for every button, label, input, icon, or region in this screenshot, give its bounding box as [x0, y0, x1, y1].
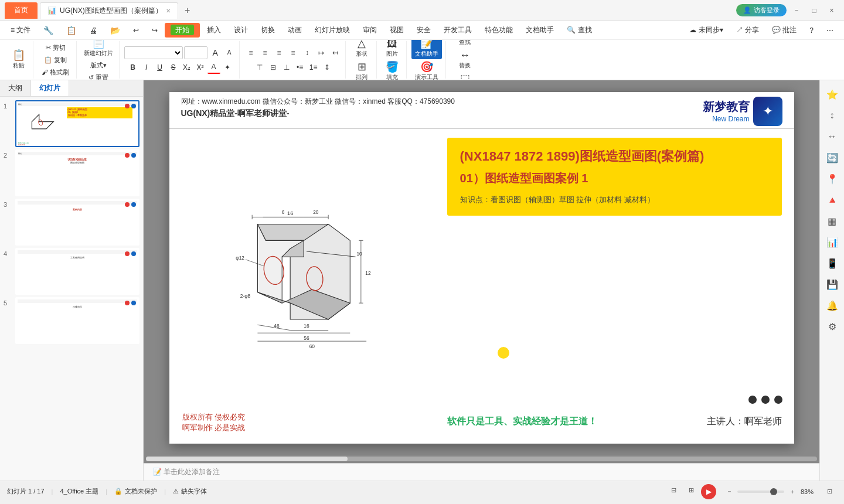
menu-special[interactable]: 特色功能 — [479, 23, 519, 38]
menu-help[interactable]: ? — [804, 24, 819, 37]
view-grid-btn[interactable]: ⊞ — [683, 484, 699, 497]
menu-more[interactable]: ⋯ — [821, 24, 839, 37]
menu-insert[interactable]: 插入 — [201, 23, 227, 38]
subscript-btn[interactable]: X₂ — [181, 61, 193, 74]
undo-btn[interactable]: ↩ — [127, 24, 145, 37]
docassist-btn[interactable]: 📝 文档助手 — [411, 40, 442, 59]
menu-clipboard-icon[interactable]: 📋 — [60, 23, 82, 38]
menu-start[interactable]: 开始 — [165, 23, 200, 38]
slide-thumb-3[interactable]: 案例内容 — [15, 199, 139, 246]
sidebar-expand-icon[interactable]: ↕ — [823, 106, 842, 125]
format-painter-btn[interactable]: 🖌 格式刷 — [38, 67, 73, 78]
slide-thumb-4[interactable]: 工具使用说明 — [15, 248, 139, 295]
layout-btn[interactable]: 版式▾ — [87, 60, 110, 71]
italic-btn[interactable]: I — [140, 61, 153, 74]
menu-docassist[interactable]: 文档助手 — [520, 23, 560, 38]
play-slideshow-btn[interactable]: ▶ — [701, 484, 716, 499]
copy-btn[interactable]: 📋 复制 — [40, 55, 70, 66]
sidebar-star-icon[interactable]: ⭐ — [823, 85, 842, 104]
window-minimize-btn[interactable]: － — [789, 4, 804, 17]
sidebar-pin-icon[interactable]: 📍 — [823, 169, 842, 188]
menu-security[interactable]: 安全 — [411, 23, 437, 38]
line-spacing-btn[interactable]: ↕ — [301, 46, 314, 59]
para-spacing-btn[interactable]: ⇕ — [321, 61, 333, 74]
menu-open-icon[interactable]: 📂 — [104, 23, 126, 38]
window-maximize-btn[interactable]: □ — [806, 4, 822, 17]
sidebar-bell-icon[interactable]: 🔔 — [823, 296, 842, 315]
arrange-btn[interactable]: ⊞ 排列 — [351, 60, 372, 80]
slide-item-1[interactable]: 1 网址 (NX1847...)图纸造型01 — [4, 100, 139, 147]
align-center-btn[interactable]: ≡ — [258, 46, 271, 59]
sidebar-grid-icon[interactable]: ▦ — [823, 212, 842, 230]
zoom-minus-btn[interactable]: － — [723, 487, 735, 496]
slide-item-5[interactable]: 5 步骤演示 — [4, 297, 139, 344]
tab-home[interactable]: 首页 — [5, 2, 38, 19]
superscript-btn[interactable]: X² — [194, 61, 207, 74]
user-login-btn[interactable]: 👤 访客登录 — [736, 4, 787, 16]
slide-thumb-5[interactable]: 步骤演示 — [15, 297, 139, 344]
clear-format-btn[interactable]: ✦ — [221, 61, 234, 74]
slide-thumb-2[interactable]: 网址 UG(NX)精品堂 图纸造型画图 — [15, 149, 139, 196]
tab-close-btn[interactable]: ✕ — [166, 8, 171, 14]
menu-view[interactable]: 视图 — [384, 23, 410, 38]
font-color-btn[interactable]: A — [207, 61, 220, 74]
horizontal-scrollbar[interactable] — [144, 455, 819, 463]
sidebar-chart-icon[interactable]: 📊 — [823, 233, 842, 251]
menu-comment[interactable]: 💬 批注 — [766, 23, 802, 38]
font-shrink-btn[interactable]: A — [223, 46, 236, 59]
cut-btn[interactable]: ✂ 剪切 — [42, 42, 69, 53]
outdent-btn[interactable]: ↤ — [329, 46, 342, 59]
bold-btn[interactable]: B — [127, 61, 139, 74]
slide-item-3[interactable]: 3 案例内容 — [4, 199, 139, 246]
zoom-plus-btn[interactable]: + — [787, 488, 798, 495]
menu-transition[interactable]: 切换 — [255, 23, 281, 38]
sidebar-width-icon[interactable]: ↔ — [823, 127, 842, 146]
zoom-slider-thumb[interactable] — [770, 488, 777, 495]
font-size-input[interactable] — [184, 46, 207, 59]
tab-document[interactable]: 📊 UG(NX)图纸造型画图（案例篇） ✕ — [40, 2, 178, 19]
redo-btn[interactable]: ↪ — [146, 24, 164, 37]
shapes-btn[interactable]: △ 形状 — [351, 40, 372, 59]
valign-bot-btn[interactable]: ⊥ — [280, 61, 293, 74]
present-tools-btn[interactable]: 🎯 演示工具 — [411, 60, 442, 80]
bullet-btn[interactable]: •≡ — [294, 61, 307, 74]
valign-mid-btn[interactable]: ⊟ — [267, 61, 280, 74]
align-left-btn[interactable]: ≡ — [244, 46, 257, 59]
font-grow-btn[interactable]: A — [209, 46, 222, 59]
notes-area[interactable]: 📝 单击此处添加备注 — [144, 463, 819, 481]
menu-share[interactable]: ↗ 分享 — [730, 23, 765, 38]
underline-btn[interactable]: U — [154, 61, 166, 74]
menu-devtools[interactable]: 开发工具 — [438, 23, 478, 38]
replace-btn[interactable]: ↔ 替换 — [454, 49, 475, 71]
find-btn[interactable]: 🔍 查找 — [454, 40, 475, 47]
tab-add-btn[interactable]: + — [181, 4, 195, 18]
slide-item-4[interactable]: 4 工具使用说明 — [4, 248, 139, 295]
missing-font-item[interactable]: ⚠ 缺失字体 — [173, 487, 207, 496]
align-right-btn[interactable]: ≡ — [273, 46, 285, 59]
strikethrough-btn[interactable]: S — [167, 61, 180, 74]
menu-slideshow[interactable]: 幻灯片放映 — [309, 23, 356, 38]
fill-btn[interactable]: 🪣 填充 — [382, 60, 403, 80]
reset-btn[interactable]: ↺ 重置 — [85, 72, 112, 80]
align-justify-btn[interactable]: ≡ — [287, 46, 300, 59]
zoom-slider[interactable] — [737, 491, 784, 493]
slide-canvas-area[interactable]: 网址：www.xinmedu.com 微信公众号：新梦工业 微信号：xinmed… — [144, 80, 819, 455]
numbering-btn[interactable]: 1≡ — [307, 61, 320, 74]
menu-undo-icon[interactable]: 🔧 — [38, 23, 59, 38]
slide-item-2[interactable]: 2 网址 UG(NX)精品堂 图纸造型画图 — [4, 149, 139, 196]
image-btn[interactable]: 🖼 图片 — [382, 40, 403, 59]
tab-slides[interactable]: 幻灯片 — [31, 80, 69, 96]
sidebar-settings-icon[interactable]: ⚙ — [823, 317, 842, 336]
sidebar-rotate-icon[interactable]: 🔄 — [823, 148, 842, 167]
window-close-btn[interactable]: × — [824, 4, 839, 17]
sidebar-triangle-icon[interactable]: 🔺 — [823, 190, 842, 209]
menu-animation[interactable]: 动画 — [282, 23, 308, 38]
sidebar-phone-icon[interactable]: 📱 — [823, 254, 842, 273]
scroll-thumb[interactable] — [146, 457, 348, 461]
doc-protection-item[interactable]: 🔒 文档未保护 — [114, 487, 157, 496]
font-family-select[interactable] — [124, 46, 183, 59]
menu-design[interactable]: 设计 — [228, 23, 254, 38]
menu-print-icon[interactable]: 🖨 — [83, 23, 103, 38]
fit-page-btn[interactable]: ⊡ — [822, 485, 837, 498]
select-btn[interactable]: ⬚ 选择窗格 — [451, 72, 479, 80]
